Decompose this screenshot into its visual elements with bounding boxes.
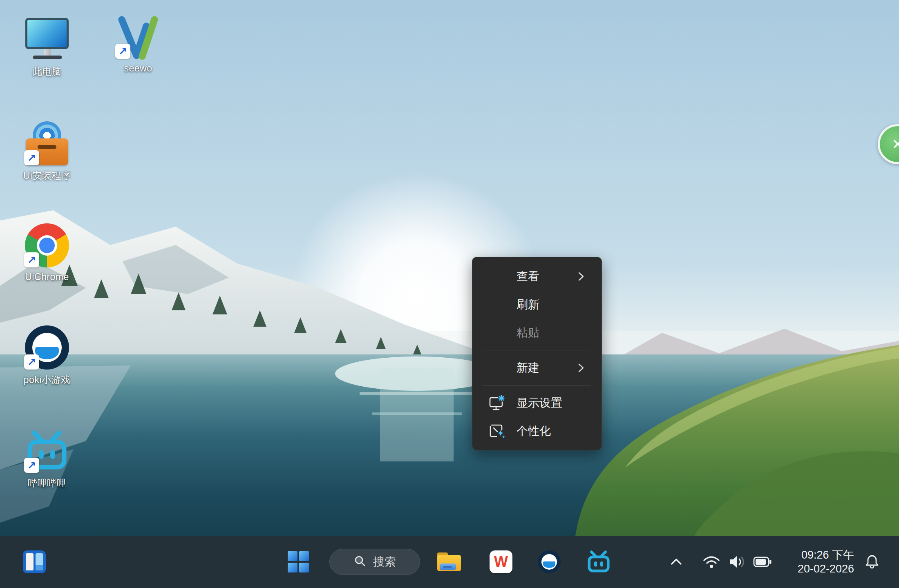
widgets-button[interactable]: [23, 550, 46, 573]
context-menu: 查看 刷新 粘贴 新建: [472, 257, 602, 450]
widgets-icon: [23, 550, 46, 573]
menu-item-refresh[interactable]: 刷新: [472, 290, 602, 318]
submenu-chevron-icon: [578, 272, 584, 281]
battery-icon: [753, 554, 772, 570]
installer-icon: ↗: [24, 120, 70, 166]
notifications-button[interactable]: [865, 554, 879, 570]
wps-office-icon: W: [490, 550, 512, 573]
tray-show-hidden-button[interactable]: [669, 557, 683, 567]
chrome-icon: ↗: [24, 223, 70, 268]
menu-item-personalize[interactable]: 个性化: [472, 417, 602, 445]
search-box[interactable]: 搜索: [329, 549, 420, 575]
desktop-icon-label: 此电脑: [33, 65, 62, 78]
shortcut-arrow-icon: ↗: [24, 354, 39, 370]
wallpaper-image: [0, 0, 899, 588]
display-settings-icon: [487, 394, 508, 412]
volume-button[interactable]: [727, 554, 746, 570]
wps-office-button[interactable]: W: [490, 550, 512, 573]
desktop-icon-installer[interactable]: ↗ Ui安装程序: [8, 120, 86, 182]
menu-item-label: 刷新: [517, 297, 539, 312]
submenu-chevron-icon: [578, 363, 584, 373]
poki-icon: ↗: [24, 325, 70, 370]
this-pc-icon: [24, 16, 70, 62]
desktop: ✕ 此电脑 ↗ seewo ↗ Ui安装程序: [0, 0, 899, 588]
desktop-icon-this-pc[interactable]: 此电脑: [8, 16, 86, 78]
menu-item-new[interactable]: 新建: [472, 354, 602, 382]
menu-item-view[interactable]: 查看: [472, 262, 602, 290]
poki-icon: [538, 550, 561, 573]
menu-divider: [483, 350, 591, 350]
volume-icon: [727, 554, 746, 570]
menu-divider: [483, 385, 591, 385]
desktop-icon-uichrome[interactable]: ↗ UiChrome: [8, 223, 86, 283]
menu-item-label: 个性化: [517, 423, 551, 439]
menu-item-label: 显示设置: [517, 395, 562, 411]
poki-taskbar-button[interactable]: [538, 550, 561, 573]
personalize-icon: [487, 423, 508, 440]
search-icon: [353, 555, 367, 569]
bilibili-taskbar-button[interactable]: [586, 550, 611, 574]
menu-item-label: 新建: [517, 360, 539, 376]
start-button[interactable]: [288, 551, 309, 572]
shortcut-arrow-icon: ↗: [24, 458, 39, 473]
shortcut-arrow-icon: ↗: [24, 252, 39, 267]
assistant-glyph: ✕: [892, 136, 899, 152]
bell-icon: [865, 554, 879, 570]
desktop-icon-label: seewo: [124, 63, 152, 74]
menu-item-label: 查看: [517, 269, 539, 284]
menu-item-label: 粘贴: [517, 325, 539, 341]
chevron-up-icon: [669, 557, 683, 567]
shortcut-arrow-icon: ↗: [115, 44, 130, 59]
windows-logo-icon: [288, 551, 309, 572]
file-explorer-icon: [437, 552, 461, 571]
battery-button[interactable]: [753, 554, 772, 570]
desktop-icon-label: poki小游戏: [24, 374, 71, 386]
desktop-icon-label: 哔哩哔哩: [28, 477, 66, 490]
menu-item-paste: 粘贴: [472, 318, 602, 347]
search-placeholder: 搜索: [373, 554, 396, 570]
desktop-icon-seewo[interactable]: ↗ seewo: [99, 14, 177, 74]
clock[interactable]: 09:26 下午 20-02-2026: [798, 548, 854, 576]
desktop-icon-bilibili[interactable]: ↗ 哔哩哔哩: [8, 428, 86, 490]
bilibili-icon: ↗: [24, 428, 70, 474]
desktop-icon-poki[interactable]: ↗ poki小游戏: [8, 325, 86, 386]
clock-time: 09:26 下午: [801, 548, 854, 562]
file-explorer-button[interactable]: [437, 552, 461, 571]
menu-item-display-settings[interactable]: 显示设置: [472, 389, 602, 417]
seewo-icon: ↗: [115, 14, 161, 60]
desktop-icon-label: UiChrome: [25, 272, 69, 283]
shortcut-arrow-icon: ↗: [24, 150, 39, 165]
desktop-icon-label: Ui安装程序: [23, 169, 71, 182]
bilibili-icon: [586, 550, 611, 574]
desktop-surface[interactable]: [0, 0, 899, 588]
taskbar: 搜索 W: [0, 536, 899, 588]
clock-date: 20-02-2026: [798, 562, 854, 576]
wifi-button[interactable]: [702, 554, 721, 570]
wifi-icon: [702, 554, 721, 570]
